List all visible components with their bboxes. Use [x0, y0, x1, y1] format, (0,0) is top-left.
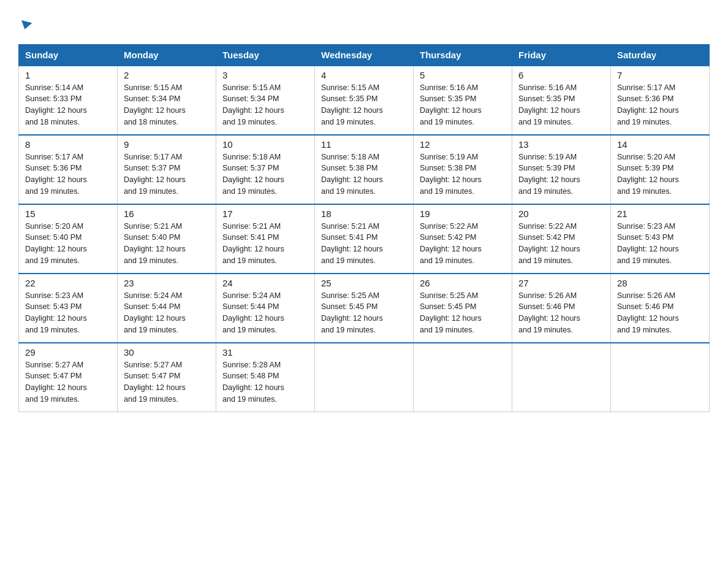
calendar-week-row: 1Sunrise: 5:14 AMSunset: 5:33 PMDaylight… — [19, 66, 710, 135]
day-info: Sunrise: 5:18 AMSunset: 5:38 PMDaylight:… — [321, 151, 407, 197]
calendar-cell: 6Sunrise: 5:16 AMSunset: 5:35 PMDaylight… — [512, 66, 611, 135]
calendar-cell: 14Sunrise: 5:20 AMSunset: 5:39 PMDayligh… — [611, 135, 710, 204]
calendar-cell — [611, 343, 710, 412]
day-info: Sunrise: 5:24 AMSunset: 5:44 PMDaylight:… — [222, 290, 308, 336]
calendar-cell — [414, 343, 512, 412]
calendar-cell: 31Sunrise: 5:28 AMSunset: 5:48 PMDayligh… — [216, 343, 315, 412]
calendar-cell: 20Sunrise: 5:22 AMSunset: 5:42 PMDayligh… — [512, 204, 611, 274]
day-info: Sunrise: 5:21 AMSunset: 5:41 PMDaylight:… — [321, 221, 407, 267]
day-info: Sunrise: 5:20 AMSunset: 5:40 PMDaylight:… — [25, 221, 111, 267]
day-info: Sunrise: 5:16 AMSunset: 5:35 PMDaylight:… — [518, 82, 604, 128]
day-info: Sunrise: 5:25 AMSunset: 5:45 PMDaylight:… — [420, 290, 506, 336]
day-info: Sunrise: 5:28 AMSunset: 5:48 PMDaylight:… — [222, 359, 308, 405]
day-number: 17 — [222, 209, 308, 219]
calendar-cell: 1Sunrise: 5:14 AMSunset: 5:33 PMDaylight… — [19, 66, 118, 135]
day-info: Sunrise: 5:15 AMSunset: 5:34 PMDaylight:… — [222, 82, 308, 128]
calendar-week-row: 15Sunrise: 5:20 AMSunset: 5:40 PMDayligh… — [19, 204, 710, 274]
calendar-cell: 22Sunrise: 5:23 AMSunset: 5:43 PMDayligh… — [19, 274, 118, 343]
calendar-cell: 8Sunrise: 5:17 AMSunset: 5:36 PMDaylight… — [19, 135, 118, 204]
day-number: 26 — [420, 278, 506, 288]
calendar-cell: 25Sunrise: 5:25 AMSunset: 5:45 PMDayligh… — [315, 274, 414, 343]
day-info: Sunrise: 5:17 AMSunset: 5:37 PMDaylight:… — [124, 151, 210, 197]
day-info: Sunrise: 5:27 AMSunset: 5:47 PMDaylight:… — [124, 359, 210, 405]
day-number: 2 — [124, 70, 210, 80]
day-info: Sunrise: 5:21 AMSunset: 5:41 PMDaylight:… — [222, 221, 308, 267]
day-info: Sunrise: 5:14 AMSunset: 5:33 PMDaylight:… — [25, 82, 111, 128]
day-number: 1 — [25, 70, 111, 80]
day-number: 4 — [321, 70, 407, 80]
day-info: Sunrise: 5:19 AMSunset: 5:38 PMDaylight:… — [420, 151, 506, 197]
day-number: 15 — [25, 209, 111, 219]
calendar-cell: 4Sunrise: 5:15 AMSunset: 5:35 PMDaylight… — [315, 66, 414, 135]
calendar-cell — [315, 343, 414, 412]
day-info: Sunrise: 5:20 AMSunset: 5:39 PMDaylight:… — [617, 151, 703, 197]
day-info: Sunrise: 5:26 AMSunset: 5:46 PMDaylight:… — [617, 290, 703, 336]
day-number: 28 — [617, 278, 703, 288]
day-info: Sunrise: 5:17 AMSunset: 5:36 PMDaylight:… — [25, 151, 111, 197]
header-saturday: Saturday — [611, 44, 710, 66]
calendar-cell: 19Sunrise: 5:22 AMSunset: 5:42 PMDayligh… — [414, 204, 512, 274]
day-info: Sunrise: 5:22 AMSunset: 5:42 PMDaylight:… — [420, 221, 506, 267]
calendar-cell: 2Sunrise: 5:15 AMSunset: 5:34 PMDaylight… — [118, 66, 216, 135]
calendar-cell: 16Sunrise: 5:21 AMSunset: 5:40 PMDayligh… — [118, 204, 216, 274]
day-info: Sunrise: 5:21 AMSunset: 5:40 PMDaylight:… — [124, 221, 210, 267]
calendar-cell: 15Sunrise: 5:20 AMSunset: 5:40 PMDayligh… — [19, 204, 118, 274]
day-number: 27 — [518, 278, 604, 288]
calendar-cell: 26Sunrise: 5:25 AMSunset: 5:45 PMDayligh… — [414, 274, 512, 343]
day-info: Sunrise: 5:17 AMSunset: 5:36 PMDaylight:… — [617, 82, 703, 128]
day-number: 29 — [25, 347, 111, 358]
day-number: 30 — [124, 347, 210, 358]
calendar-cell: 10Sunrise: 5:18 AMSunset: 5:37 PMDayligh… — [216, 135, 315, 204]
calendar-week-row: 22Sunrise: 5:23 AMSunset: 5:43 PMDayligh… — [19, 274, 710, 343]
day-number: 16 — [124, 209, 210, 219]
header-tuesday: Tuesday — [216, 44, 315, 66]
day-number: 13 — [518, 139, 604, 150]
day-number: 10 — [222, 139, 308, 150]
day-info: Sunrise: 5:22 AMSunset: 5:42 PMDaylight:… — [518, 221, 604, 267]
calendar-cell: 30Sunrise: 5:27 AMSunset: 5:47 PMDayligh… — [118, 343, 216, 412]
day-number: 7 — [617, 70, 703, 80]
day-info: Sunrise: 5:23 AMSunset: 5:43 PMDaylight:… — [25, 290, 111, 336]
day-number: 18 — [321, 209, 407, 219]
day-info: Sunrise: 5:15 AMSunset: 5:34 PMDaylight:… — [124, 82, 210, 128]
calendar-cell: 12Sunrise: 5:19 AMSunset: 5:38 PMDayligh… — [414, 135, 512, 204]
day-number: 24 — [222, 278, 308, 288]
day-info: Sunrise: 5:26 AMSunset: 5:46 PMDaylight:… — [518, 290, 604, 336]
day-info: Sunrise: 5:19 AMSunset: 5:39 PMDaylight:… — [518, 151, 604, 197]
day-info: Sunrise: 5:25 AMSunset: 5:45 PMDaylight:… — [321, 290, 407, 336]
calendar-week-row: 8Sunrise: 5:17 AMSunset: 5:36 PMDaylight… — [19, 135, 710, 204]
day-number: 8 — [25, 139, 111, 150]
day-info: Sunrise: 5:24 AMSunset: 5:44 PMDaylight:… — [124, 290, 210, 336]
calendar-cell: 11Sunrise: 5:18 AMSunset: 5:38 PMDayligh… — [315, 135, 414, 204]
day-number: 9 — [124, 139, 210, 150]
calendar-cell: 5Sunrise: 5:16 AMSunset: 5:35 PMDaylight… — [414, 66, 512, 135]
calendar-table: SundayMondayTuesdayWednesdayThursdayFrid… — [18, 44, 710, 412]
page-header — [18, 12, 710, 32]
logo — [18, 12, 31, 32]
calendar-cell: 9Sunrise: 5:17 AMSunset: 5:37 PMDaylight… — [118, 135, 216, 204]
calendar-cell: 23Sunrise: 5:24 AMSunset: 5:44 PMDayligh… — [118, 274, 216, 343]
day-number: 11 — [321, 139, 407, 150]
day-number: 20 — [518, 209, 604, 219]
day-info: Sunrise: 5:15 AMSunset: 5:35 PMDaylight:… — [321, 82, 407, 128]
header-friday: Friday — [512, 44, 611, 66]
calendar-week-row: 29Sunrise: 5:27 AMSunset: 5:47 PMDayligh… — [19, 343, 710, 412]
day-info: Sunrise: 5:16 AMSunset: 5:35 PMDaylight:… — [420, 82, 506, 128]
header-sunday: Sunday — [19, 44, 118, 66]
day-number: 6 — [518, 70, 604, 80]
day-number: 23 — [124, 278, 210, 288]
day-number: 19 — [420, 209, 506, 219]
calendar-cell: 7Sunrise: 5:17 AMSunset: 5:36 PMDaylight… — [611, 66, 710, 135]
day-number: 14 — [617, 139, 703, 150]
calendar-cell — [512, 343, 611, 412]
header-thursday: Thursday — [414, 44, 512, 66]
day-info: Sunrise: 5:27 AMSunset: 5:47 PMDaylight:… — [25, 359, 111, 405]
calendar-cell: 3Sunrise: 5:15 AMSunset: 5:34 PMDaylight… — [216, 66, 315, 135]
calendar-cell: 18Sunrise: 5:21 AMSunset: 5:41 PMDayligh… — [315, 204, 414, 274]
day-number: 12 — [420, 139, 506, 150]
calendar-cell: 27Sunrise: 5:26 AMSunset: 5:46 PMDayligh… — [512, 274, 611, 343]
calendar-header-row: SundayMondayTuesdayWednesdayThursdayFrid… — [19, 44, 710, 66]
calendar-cell: 13Sunrise: 5:19 AMSunset: 5:39 PMDayligh… — [512, 135, 611, 204]
calendar-cell: 24Sunrise: 5:24 AMSunset: 5:44 PMDayligh… — [216, 274, 315, 343]
header-monday: Monday — [118, 44, 216, 66]
